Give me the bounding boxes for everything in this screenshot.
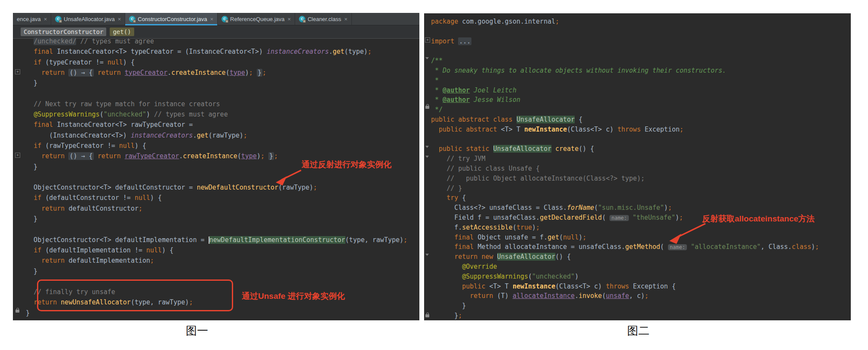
code-token: ; (368, 48, 372, 55)
screenshot-stage: ence.java×CUnsafeAllocator.java×CConstru… (0, 0, 868, 350)
code-token: } (268, 152, 274, 160)
fold-collapse-icon[interactable] (425, 146, 429, 148)
code-token: return (98, 69, 121, 77)
class-file-icon: C (55, 16, 62, 22)
code-line: @Override (431, 262, 851, 272)
code-token: (Class<T> c) (555, 282, 606, 290)
code-token (18, 111, 34, 118)
fold-collapse-icon[interactable] (425, 156, 429, 158)
code-token: "sun.misc.Unsafe" (598, 204, 664, 212)
code-token (18, 142, 34, 150)
tab-close-icon[interactable]: × (44, 16, 47, 22)
code-line: // try JVM (431, 154, 851, 164)
code-token: ) (675, 214, 679, 221)
code-token: } (431, 302, 466, 310)
code-line: */ (431, 105, 851, 115)
tab-label: ReferenceQueue.java (230, 16, 284, 22)
code-line: import ... (431, 37, 851, 46)
code-line: if (defaultConstructor != null) { (18, 193, 419, 203)
code-token: Exception { (629, 282, 676, 290)
code-token: // try JVM (446, 155, 485, 163)
code-token: () → { (68, 69, 93, 77)
editor-tab-constructorconstructor-java[interactable]: CConstructorConstructor.java× (125, 13, 218, 25)
code-token: allocateInstance (513, 292, 575, 300)
code-line (18, 224, 419, 234)
editor-tab-ence-java[interactable]: ence.java× (13, 13, 51, 25)
code-token: ( (528, 273, 532, 280)
code-line: /unchecked/ // types must agree (18, 36, 419, 46)
lock-icon (425, 106, 429, 109)
code-token (431, 126, 439, 133)
code-token: UnsafeAllocator (497, 253, 555, 261)
fold-expand-icon[interactable]: + (425, 37, 430, 43)
code-line (18, 172, 419, 182)
code-editor-right[interactable]: package com.google.gson.internal; import… (424, 13, 851, 320)
caption-figure-one: 图一 (186, 323, 208, 338)
code-line: // Next try raw type match for instance … (18, 99, 419, 109)
fold-expand-icon[interactable]: + (15, 69, 20, 74)
code-token: Class<?> unsafeClass = Class. (431, 204, 567, 212)
code-token: return (41, 69, 65, 77)
code-token (265, 152, 268, 160)
code-token: InstanceCreator<T> rawTypeCreator = (57, 121, 193, 129)
code-line: Class<?> unsafeClass = Class.forName("su… (431, 203, 851, 213)
code-token: getDeclaredField (540, 214, 602, 221)
code-token: return (41, 257, 65, 264)
code-token: ; (243, 132, 247, 139)
class-file-icon: C (129, 16, 135, 22)
fold-collapse-icon[interactable] (425, 57, 429, 59)
code-token: <T> T (501, 126, 524, 133)
tab-close-icon[interactable]: × (210, 16, 213, 22)
tab-label: ence.java (17, 16, 41, 22)
code-token (18, 246, 34, 254)
code-token: // public Object allocateInstance(Class<… (446, 175, 645, 182)
code-token (18, 121, 34, 129)
code-token: ; (262, 69, 266, 77)
code-token (431, 184, 446, 192)
breadcrumb-method-chip[interactable]: get() (110, 28, 134, 36)
code-line: } (18, 214, 419, 224)
code-token: if (34, 142, 41, 150)
code-line: /** (431, 56, 851, 66)
code-token: ; (679, 214, 683, 221)
code-token: ( (602, 214, 609, 221)
code-token: ) (579, 233, 582, 241)
code-token (431, 194, 446, 202)
code-line: return () → { return typeCreator.createI… (18, 68, 419, 78)
tab-close-icon[interactable]: × (344, 16, 348, 22)
fold-expand-icon[interactable]: + (15, 153, 20, 158)
code-token: newInstance (513, 282, 555, 290)
code-token: () → { (68, 152, 93, 160)
code-token: ) { (150, 194, 162, 202)
code-line (431, 135, 851, 144)
code-editor-left[interactable]: /unchecked/ // types must agree final In… (13, 36, 419, 318)
code-token: return (98, 152, 121, 160)
editor-tab-cleaner-class[interactable]: CCleaner.class× (295, 13, 352, 25)
code-token: // } (446, 184, 462, 192)
code-line: * (431, 76, 851, 86)
code-token: /** (431, 57, 443, 64)
code-line: try { (431, 193, 851, 203)
code-token: // Next try raw type match for instance … (34, 100, 220, 108)
code-token: ) (664, 204, 668, 212)
code-token: // public class Unsafe { (446, 165, 540, 172)
breadcrumb-class-chip[interactable]: ConstructorConstructor (21, 28, 106, 36)
code-token: Joel Leitch (470, 86, 516, 94)
code-token: @Override (462, 263, 497, 270)
code-token: ObjectConstructor<T> defaultConstructor … (18, 184, 197, 191)
code-token: (rawType) (209, 132, 243, 139)
tab-close-icon[interactable]: × (118, 16, 121, 22)
code-token: , c) (629, 292, 645, 300)
code-token: unsafe (606, 292, 629, 300)
editor-tab-referencequeue-java[interactable]: CReferenceQueue.java× (218, 13, 295, 25)
fold-collapse-icon[interactable] (425, 254, 429, 256)
code-token: newInstance (524, 126, 567, 133)
code-token: true (517, 224, 532, 231)
code-token: /unchecked/ (34, 37, 76, 45)
code-token: } (18, 215, 37, 223)
tab-close-icon[interactable]: × (288, 16, 291, 22)
editor-tab-unsafeallocator-java[interactable]: CUnsafeAllocator.java× (51, 13, 125, 25)
code-token: return (41, 152, 65, 160)
code-token: ) (146, 111, 154, 118)
code-token: ; (680, 126, 683, 133)
